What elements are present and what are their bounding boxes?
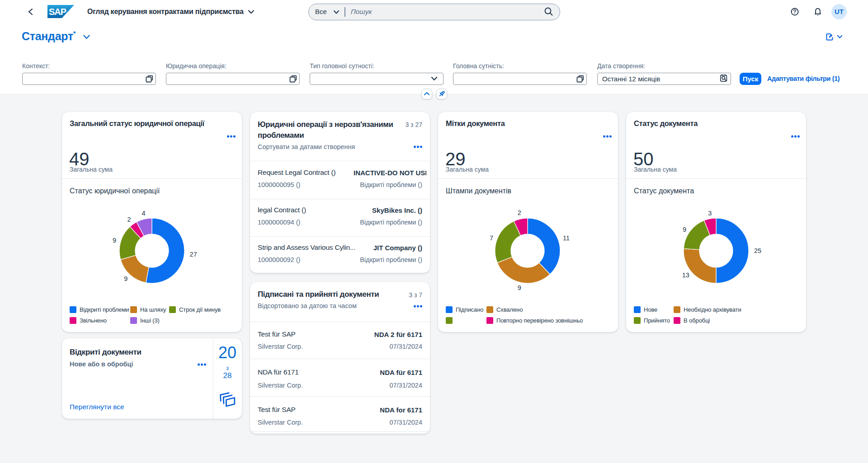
svg-text:25: 25 (754, 247, 761, 254)
svg-text:4: 4 (142, 210, 145, 217)
svg-text:?: ? (793, 9, 796, 15)
svg-text:11: 11 (563, 234, 570, 242)
svg-text:27: 27 (190, 251, 197, 258)
svg-text:13: 13 (682, 271, 689, 279)
svg-text:2: 2 (518, 209, 521, 216)
svg-text:9: 9 (113, 237, 116, 244)
svg-text:9: 9 (518, 284, 521, 291)
svg-text:9: 9 (124, 275, 127, 282)
svg-text:9: 9 (683, 226, 686, 233)
svg-text:3: 3 (708, 210, 712, 217)
svg-text:SAP: SAP (49, 7, 66, 17)
svg-text:7: 7 (490, 234, 493, 242)
svg-text:2: 2 (127, 216, 131, 223)
